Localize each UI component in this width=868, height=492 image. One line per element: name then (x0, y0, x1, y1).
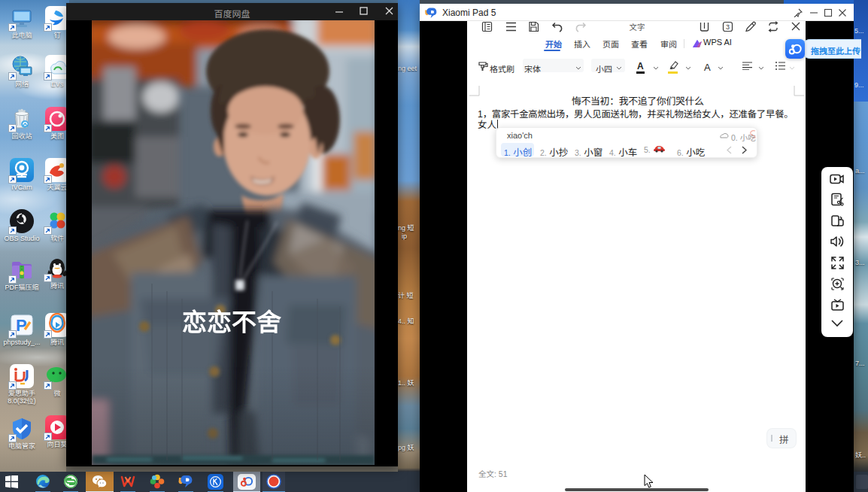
svg-text:3: 3 (726, 23, 730, 31)
svg-text:P: P (16, 316, 27, 335)
svg-text:恋恋不舍: 恋恋不舍 (182, 302, 281, 339)
